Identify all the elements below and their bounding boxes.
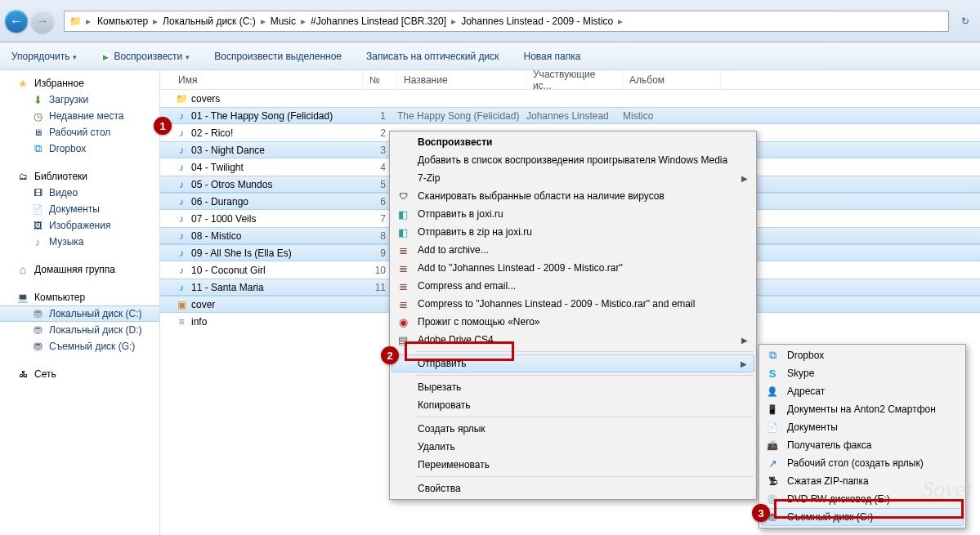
menu-item-label: Сканировать выбранные области на наличие… [418,190,735,202]
i-drive-icon [31,307,44,320]
nav-back-button[interactable] [5,10,28,33]
menu-item[interactable]: DVD RW дисковод (E:) [761,490,964,508]
column-headers: Имя № Название Участвующие ис... Альбом [160,70,980,90]
submenu-arrow-icon: ▶ [741,359,747,368]
menu-item[interactable]: Adobe Drive CS4▶ [392,331,754,349]
menu-item-label: Документы на Anton2 Смартфон [787,403,944,415]
menu-item[interactable]: Прожиг с помощью «Nero» [392,313,754,331]
i-rar-icon [395,297,411,310]
breadcrumb-item[interactable]: Music [267,14,299,29]
i-skype-icon [764,367,781,380]
sidebar-item[interactable]: Недавние места [0,108,159,124]
play-button[interactable]: Воспроизвести [96,47,195,65]
menu-item[interactable]: Документы [761,418,964,436]
file-row[interactable]: covers [160,90,980,107]
sidebar-network[interactable]: Сеть [0,366,159,382]
breadcrumb-item[interactable]: Johannes Linstead - 2009 - Mistico [458,14,616,29]
menu-item[interactable]: Отправить▶ [392,354,754,372]
file-artist: Johannes Linstead [526,110,623,122]
sidebar-item-label: Локальный диск (D:) [49,324,142,336]
breadcrumb-item[interactable]: Локальный диск (C:) [159,14,259,29]
menu-item[interactable]: Сжатая ZIP-папка [761,472,964,490]
file-type-icon [175,109,188,123]
chevron-down-icon [186,51,190,62]
sidebar-item[interactable]: Загрузки [0,91,159,108]
burn-button[interactable]: Записать на оптический диск [361,47,504,65]
file-name: 03 - Night Dance [191,145,265,156]
col-artist[interactable]: Участвующие ис... [526,70,623,89]
sidebar-favorites-header[interactable]: Избранное [0,75,159,91]
menu-item[interactable]: Удалить [392,438,754,456]
menu-item-label: Адресат [787,386,944,397]
menu-item[interactable]: Воспроизвести [392,133,754,151]
refresh-button[interactable] [955,11,975,31]
send-to-submenu: DropboxSkypeАдресатДокументы на Anton2 С… [758,344,966,528]
col-album[interactable]: Альбом [623,70,721,89]
menu-item[interactable]: Skype [761,364,964,382]
menu-item[interactable]: Получатель факса [761,436,964,454]
menu-item[interactable]: Отправить в zip на joxi.ru [392,223,754,241]
sidebar-item[interactable]: Dropbox [0,140,159,157]
i-clock-icon [31,109,44,123]
menu-item[interactable]: Переименовать [392,456,754,474]
context-menu: ВоспроизвестиДобавить в список воспроизв… [389,131,757,500]
new-folder-button[interactable]: Новая папка [519,47,586,65]
sidebar-item[interactable]: Документы [0,201,159,217]
menu-item[interactable]: Dropbox [761,346,964,364]
sidebar-item[interactable]: Локальный диск (D:) [0,322,159,338]
menu-item[interactable]: Создать ярлык [392,420,754,438]
menu-item[interactable]: Добавить в список воспроизведения проигр… [392,151,754,169]
menu-item[interactable]: Документы на Anton2 Смартфон [761,400,964,418]
menu-item[interactable]: Отправить в joxi.ru [392,205,754,223]
menu-item[interactable]: Съемный диск (G:) [761,508,964,526]
home-icon [16,263,29,276]
file-type-icon [175,230,188,243]
sidebar-computer-header[interactable]: Компьютер [0,289,159,305]
file-row[interactable]: 01 - The Happy Song (Felicidad)1The Happ… [160,107,980,124]
sidebar-item[interactable]: Изображения [0,217,159,234]
sidebar-item[interactable]: Локальный диск (C:) [0,305,159,322]
menu-item[interactable]: Копировать [392,396,754,414]
menu-item-label: Добавить в список воспроизведения проигр… [418,154,735,166]
play-icon [101,51,110,62]
menu-item[interactable]: Рабочий стол (создать ярлык) [761,454,964,472]
menu-item[interactable]: Адресат [761,382,964,400]
i-img-icon [31,219,44,232]
menu-item[interactable]: 7-Zip▶ [392,169,754,187]
menu-item[interactable]: Compress to "Johannes Linstead - 2009 - … [392,295,754,313]
sidebar-libraries-header[interactable]: Библиотеки [0,168,159,185]
sidebar-item[interactable]: Видео [0,185,159,201]
breadcrumb-item[interactable]: #Johannes Linstead [CBR.320] [307,14,450,29]
menu-item-label: Свойства [418,483,735,494]
i-user-icon [764,385,781,398]
col-title[interactable]: Название [397,70,526,89]
menu-item[interactable]: Add to "Johannes Linstead - 2009 - Misti… [392,259,754,277]
file-title: The Happy Song (Felicidad) [397,110,526,122]
menu-item[interactable]: Вырезать [392,378,754,396]
breadcrumb-item[interactable]: Компьютер [94,14,151,29]
nav-forward-button[interactable] [31,10,54,33]
sidebar-item-label: Недавние места [49,110,123,122]
menu-item[interactable]: Add to archive... [392,241,754,259]
menu-icon-blank [395,136,411,149]
sidebar-item[interactable]: Рабочий стол [0,124,159,140]
menu-item[interactable]: Compress and email... [392,277,754,295]
i-adobe-icon [395,333,411,346]
sidebar-homegroup[interactable]: Домашняя группа [0,261,159,278]
i-vid-icon [31,186,44,199]
toolbar: Упорядочить Воспроизвести Воспроизвести … [0,42,980,70]
organize-button[interactable]: Упорядочить [7,47,82,65]
file-name: 01 - The Happy Song (Felicidad) [191,110,333,122]
col-number[interactable]: № [363,70,397,89]
menu-item[interactable]: Свойства [392,479,754,497]
address-bar[interactable]: ▸ Компьютер▸Локальный диск (C:)▸Music▸#J… [64,11,949,32]
crumb-sep-icon: ▸ [84,16,92,27]
col-name[interactable]: Имя [172,70,363,89]
i-dvd-icon [764,493,781,506]
sidebar-item[interactable]: Съемный диск (G:) [0,338,159,354]
library-icon [16,170,29,183]
menu-item[interactable]: Сканировать выбранные области на наличие… [392,187,754,205]
sidebar-item[interactable]: Музыка [0,234,159,250]
menu-item-label: Получатель факса [787,439,944,451]
play-selection-button[interactable]: Воспроизвести выделенное [209,47,347,65]
